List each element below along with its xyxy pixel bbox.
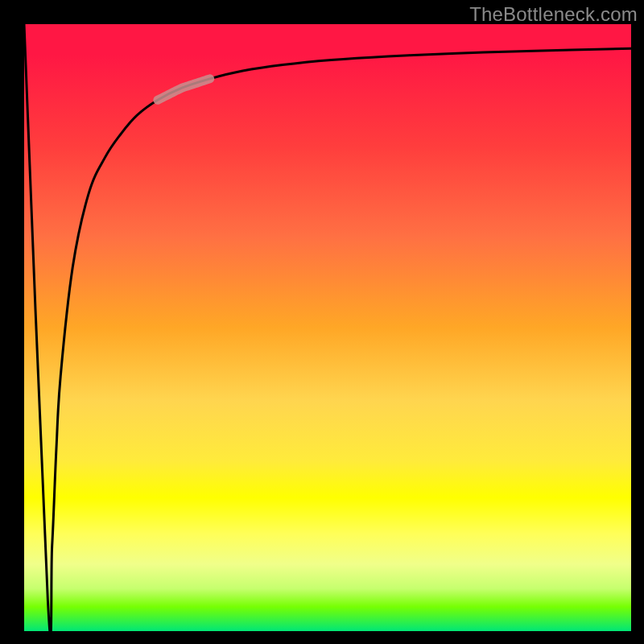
plot-area bbox=[24, 24, 631, 631]
watermark-text: TheBottleneck.com bbox=[469, 3, 638, 26]
chart-svg bbox=[24, 24, 631, 631]
bottleneck-curve-line bbox=[24, 24, 631, 636]
highlight-segment bbox=[158, 79, 210, 100]
chart-frame: TheBottleneck.com bbox=[0, 0, 644, 644]
